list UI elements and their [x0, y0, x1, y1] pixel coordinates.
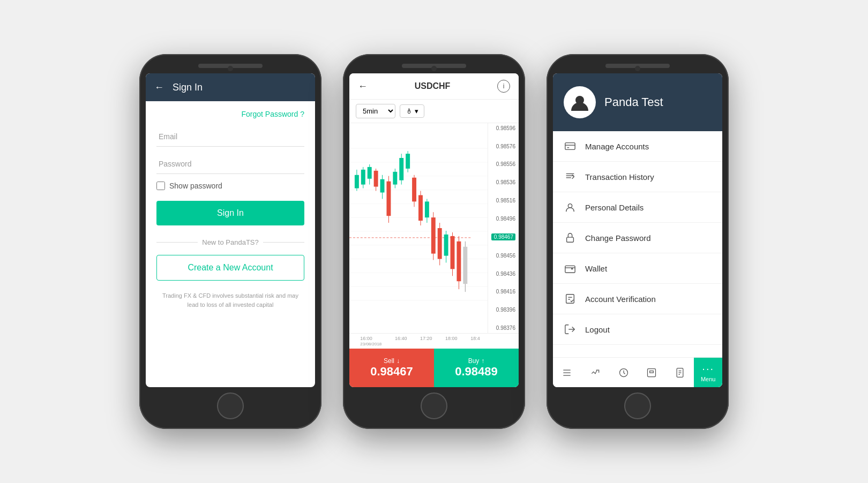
- svg-rect-36: [425, 201, 429, 217]
- info-icon[interactable]: i: [497, 80, 510, 93]
- divider-text: New to PandaTS?: [156, 238, 304, 246]
- signin-button[interactable]: Sign In: [156, 201, 304, 225]
- menu-item-change-password[interactable]: Change Password: [553, 223, 722, 253]
- time-label-2: 16:40: [395, 336, 407, 346]
- wallet-nav-icon: [646, 367, 657, 378]
- sell-price: 0.98467: [370, 365, 413, 379]
- phone-home-button-3[interactable]: [624, 393, 651, 419]
- back-arrow-icon[interactable]: ←: [154, 82, 164, 93]
- personal-details-label: Personal Details: [585, 203, 643, 212]
- time-label-3: 17:20: [420, 336, 432, 346]
- phone-menu: Panda Test Manage Accounts: [547, 54, 729, 429]
- price-level-10: 0.98416: [491, 289, 515, 295]
- phone3-screen: Panda Test Manage Accounts: [553, 73, 722, 387]
- nav-docs[interactable]: [666, 367, 694, 378]
- chart-type-button[interactable]: 🕯 ▾: [400, 104, 424, 118]
- change-password-label: Change Password: [585, 233, 651, 243]
- user-name-label: Panda Test: [604, 95, 663, 109]
- price-level-1: 0.98596: [491, 125, 515, 131]
- chart-svg: [349, 125, 488, 331]
- svg-rect-46: [457, 242, 461, 281]
- docs-nav-icon: [675, 367, 685, 378]
- trade-buttons: Sell ↓ 0.98467 Buy ↑ 0.98489: [349, 349, 519, 387]
- history-nav-icon: [618, 367, 629, 378]
- chart-header: ← USDCHF i: [349, 73, 519, 100]
- price-level-5: 0.98516: [491, 198, 515, 203]
- svg-rect-32: [412, 178, 416, 202]
- create-account-button[interactable]: Create a New Account: [156, 255, 304, 281]
- candlestick-icon: 🕯: [406, 107, 413, 115]
- menu-item-transaction-history[interactable]: Transaction History: [553, 162, 722, 192]
- account-verification-icon: [564, 292, 577, 305]
- price-level-12: 0.98376: [491, 325, 515, 331]
- timeframe-select[interactable]: 5min 1min 15min 1h: [356, 104, 395, 118]
- account-verification-label: Account Verification: [585, 295, 656, 304]
- menu-header: Panda Test: [553, 73, 722, 131]
- buy-arrow-icon: ↑: [481, 357, 484, 365]
- phone-bottom-3: [624, 393, 651, 419]
- price-axis: 0.98596 0.98576 0.98556 0.98536 0.98516 …: [488, 123, 519, 333]
- price-level-4: 0.98536: [491, 179, 515, 185]
- time-label-1: 16:0023/08/2018: [360, 336, 381, 346]
- chart-type-arrow: ▾: [415, 107, 418, 115]
- bottom-nav: ··· Menu: [553, 357, 722, 387]
- price-level-9: 0.98436: [491, 271, 515, 277]
- nav-trade[interactable]: [581, 367, 610, 378]
- show-password-checkbox[interactable]: [156, 182, 165, 190]
- avatar-icon: [570, 93, 589, 112]
- phone-camera-3: [635, 66, 640, 71]
- menu-item-wallet[interactable]: Wallet: [553, 253, 722, 284]
- wallet-icon: [564, 262, 577, 275]
- nav-menu-active[interactable]: ··· Menu: [694, 358, 722, 387]
- personal-details-icon: [564, 201, 577, 214]
- menu-item-personal-details[interactable]: Personal Details: [553, 192, 722, 223]
- sell-label: Sell ↓: [384, 357, 400, 365]
- phone-camera: [228, 66, 233, 71]
- phone-home-button[interactable]: [217, 393, 244, 419]
- svg-rect-44: [451, 236, 455, 269]
- nav-wallet[interactable]: [638, 367, 666, 378]
- svg-rect-48: [463, 247, 467, 284]
- price-level-6: 0.98496: [491, 216, 515, 222]
- menu-item-manage-accounts[interactable]: Manage Accounts: [553, 131, 722, 162]
- svg-rect-24: [386, 182, 391, 216]
- phone-chart: ← USDCHF i 5min 1min 15min 1h 🕯 ▾: [343, 54, 525, 429]
- menu-nav-label: Menu: [701, 376, 716, 382]
- trade-icon: [590, 367, 601, 378]
- change-password-icon: [564, 231, 577, 244]
- menu-item-account-verification[interactable]: Account Verification: [553, 284, 722, 314]
- watchlist-icon: [562, 367, 572, 378]
- svg-rect-16: [361, 170, 365, 185]
- time-axis: 16:0023/08/2018 16:40 17:20 18:00 18:4: [349, 333, 519, 349]
- nav-history[interactable]: [609, 367, 638, 378]
- phone2-screen: ← USDCHF i 5min 1min 15min 1h 🕯 ▾: [349, 73, 519, 387]
- price-level-11: 0.98396: [491, 307, 515, 313]
- svg-rect-38: [431, 217, 436, 253]
- svg-rect-18: [368, 167, 372, 179]
- logout-icon: [564, 323, 577, 336]
- svg-rect-40: [438, 228, 442, 259]
- transaction-history-icon: [564, 170, 577, 183]
- buy-button[interactable]: Buy ↑ 0.98489: [434, 349, 519, 387]
- phone-bottom-2: [421, 393, 447, 419]
- phone1-screen: ← Sign In Forgot Password ? Show passwor…: [146, 73, 315, 387]
- forgot-password-link[interactable]: Forgot Password ?: [156, 110, 304, 118]
- time-label-4: 18:00: [445, 336, 458, 346]
- menu-item-logout[interactable]: Logout: [553, 314, 722, 345]
- chart-controls: 5min 1min 15min 1h 🕯 ▾: [349, 100, 519, 123]
- transaction-history-label: Transaction History: [585, 172, 654, 182]
- svg-rect-59: [566, 295, 574, 304]
- price-level-8: 0.98456: [491, 253, 515, 259]
- chart-back-arrow-icon[interactable]: ←: [358, 81, 368, 92]
- password-field[interactable]: [156, 154, 304, 174]
- nav-watchlist[interactable]: [553, 367, 581, 378]
- phone-home-button-2[interactable]: [421, 393, 447, 419]
- signin-header: ← Sign In: [146, 73, 315, 101]
- svg-rect-50: [565, 143, 575, 150]
- sell-button[interactable]: Sell ↓ 0.98467: [349, 349, 434, 387]
- manage-accounts-icon: [564, 140, 577, 153]
- email-field[interactable]: [156, 127, 304, 147]
- phone-bottom: [217, 393, 244, 419]
- price-level-2: 0.98576: [491, 144, 515, 149]
- current-price-label: 0.98467: [491, 233, 515, 240]
